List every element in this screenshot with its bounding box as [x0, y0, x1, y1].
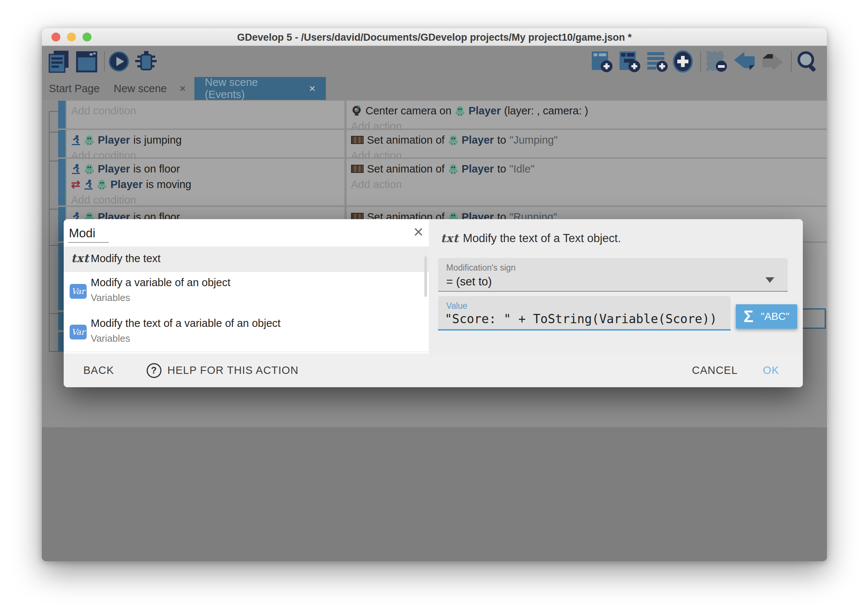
add-subevent-icon — [619, 50, 641, 73]
instruction-editor-dialog: × txt Modify the text Var Modify a varia… — [64, 219, 803, 387]
list-scrollbar[interactable] — [425, 256, 427, 297]
list-divider — [64, 352, 429, 352]
expression-value: "Score: " + ToString(Variable(Score)) — [445, 312, 717, 326]
value-expression-field[interactable]: Value "Score: " + ToString(Variable(Scor… — [438, 296, 731, 331]
toolbar-divider — [791, 51, 792, 72]
animation-icon — [351, 165, 364, 173]
list-item-modify-the-text[interactable]: txt Modify the text — [64, 247, 429, 271]
redo-icon — [761, 50, 784, 72]
events-sheet-empty-area — [42, 427, 827, 561]
help-icon[interactable]: ? — [147, 363, 162, 378]
list-item-label: Modify a variable of an object — [91, 277, 230, 289]
search-icon — [796, 50, 819, 73]
list-item-modify-text-of-variable[interactable]: Var Modify the text of a variable of an … — [64, 313, 429, 352]
condition-text: is moving — [146, 178, 192, 191]
scene-editor-button[interactable] — [75, 50, 98, 73]
condition-cell[interactable]: Add condition — [67, 101, 344, 129]
close-tab-icon[interactable]: × — [179, 82, 186, 95]
event-bar[interactable] — [58, 159, 66, 206]
object-name: Player — [462, 134, 494, 146]
close-dialog-button[interactable]: × — [408, 222, 429, 242]
remove-selection-button[interactable] — [705, 50, 728, 73]
player-object-icon — [84, 134, 94, 146]
dialog-footer: BACK ? HELP FOR THIS ACTION CANCEL OK — [64, 354, 803, 387]
player-object-icon — [84, 163, 94, 174]
add-condition-link[interactable]: Add condition — [71, 192, 344, 208]
editor-tabbar: Start Page New scene × New scene (Events… — [42, 77, 827, 100]
camera-icon — [351, 105, 362, 116]
add-action-link[interactable]: Add action — [351, 177, 827, 192]
search-actions-input[interactable] — [69, 224, 402, 242]
action-cell[interactable]: Center camera on Player (layer: , camera… — [347, 101, 827, 129]
main-toolbar — [42, 46, 827, 77]
platformer-behavior-icon — [71, 163, 81, 174]
undo-button[interactable] — [733, 50, 756, 73]
undo-icon — [733, 50, 756, 72]
scene-editor-icon — [75, 50, 98, 73]
back-button[interactable]: BACK — [83, 364, 114, 377]
tab-start-page[interactable]: Start Page — [49, 77, 100, 100]
object-name: Player — [98, 134, 130, 146]
add-comment-button[interactable] — [646, 50, 669, 73]
list-item-subtitle: Variables — [91, 292, 130, 303]
action-center-camera[interactable]: Center camera on Player (layer: , camera… — [351, 103, 827, 118]
action-cell[interactable]: Set animation of Player to "Idle" Add ac… — [347, 159, 827, 206]
tab-label: New scene (Events) — [205, 76, 296, 101]
action-text: Center camera on — [365, 105, 451, 117]
object-name: Player — [98, 163, 130, 175]
action-cell[interactable]: Set animation of Player to "Jumping" Add… — [347, 130, 827, 157]
condition-text: is on floor — [133, 163, 180, 175]
remove-selection-icon — [706, 50, 728, 73]
player-object-icon — [97, 179, 107, 190]
condition-text: is jumping — [133, 134, 182, 146]
add-event-icon — [591, 50, 613, 73]
event-bar[interactable] — [58, 101, 66, 129]
search-events-button[interactable] — [796, 50, 819, 73]
action-set-animation[interactable]: Set animation of Player to "Jumping" — [351, 132, 827, 148]
player-object-icon — [448, 134, 458, 146]
add-condition-link[interactable]: Add condition — [71, 103, 344, 118]
player-object-icon — [448, 163, 458, 174]
action-detail-panel: txt Modify the text of a Text object. Mo… — [429, 219, 803, 354]
ok-button[interactable]: OK — [763, 364, 779, 377]
expression-builder-button[interactable]: Σ "ABC" — [736, 304, 797, 329]
add-event-button[interactable] — [591, 50, 613, 73]
close-tab-icon[interactable]: × — [309, 82, 316, 95]
debug-button[interactable] — [134, 50, 157, 73]
condition-is-moving[interactable]: ⇄ Player is moving — [71, 177, 344, 192]
preview-play-button[interactable] — [108, 50, 129, 73]
window-titlebar[interactable]: GDevelop 5 - /Users/david/Documents/GDev… — [42, 28, 827, 46]
redo-button[interactable] — [761, 50, 784, 73]
field-value: = (set to) — [446, 275, 492, 288]
tab-new-scene[interactable]: New scene × — [114, 77, 186, 100]
condition-is-jumping[interactable]: Player is jumping — [71, 132, 344, 148]
list-item-modify-variable-of-object[interactable]: Var Modify a variable of an object Varia… — [64, 271, 429, 313]
help-button[interactable]: HELP FOR THIS ACTION — [167, 364, 299, 377]
project-manager-button[interactable] — [47, 50, 70, 73]
variable-icon: Var — [70, 325, 86, 339]
project-manager-icon — [48, 50, 70, 73]
add-subevent-button[interactable] — [618, 50, 642, 73]
condition-cell[interactable]: Player is jumping Add condition — [67, 130, 344, 157]
search-underline — [68, 242, 109, 243]
tab-label: Start Page — [49, 83, 100, 95]
preview-play-icon — [108, 51, 129, 72]
player-object-icon — [455, 105, 465, 116]
cancel-button[interactable]: CANCEL — [692, 364, 737, 377]
animation-icon — [351, 136, 364, 144]
condition-on-floor[interactable]: Player is on floor — [71, 161, 344, 177]
action-text: Set animation of — [367, 163, 445, 175]
action-text: to — [497, 134, 506, 146]
event-bar[interactable] — [58, 130, 66, 157]
modification-sign-select[interactable]: Modification's sign = (set to) — [438, 258, 788, 292]
sigma-icon: Σ — [744, 307, 753, 326]
condition-cell[interactable]: Player is on floor ⇄ Player is moving A — [67, 159, 344, 206]
chevron-down-icon — [766, 277, 774, 283]
action-text: to — [497, 163, 506, 175]
action-text: (layer: , camera: ) — [504, 105, 588, 117]
window-title: GDevelop 5 - /Users/david/Documents/GDev… — [42, 32, 827, 43]
tab-new-scene-events[interactable]: New scene (Events) × — [194, 77, 326, 100]
action-set-animation[interactable]: Set animation of Player to "Idle" — [351, 161, 827, 177]
field-label: Modification's sign — [446, 263, 516, 273]
add-something-button[interactable] — [671, 50, 694, 73]
